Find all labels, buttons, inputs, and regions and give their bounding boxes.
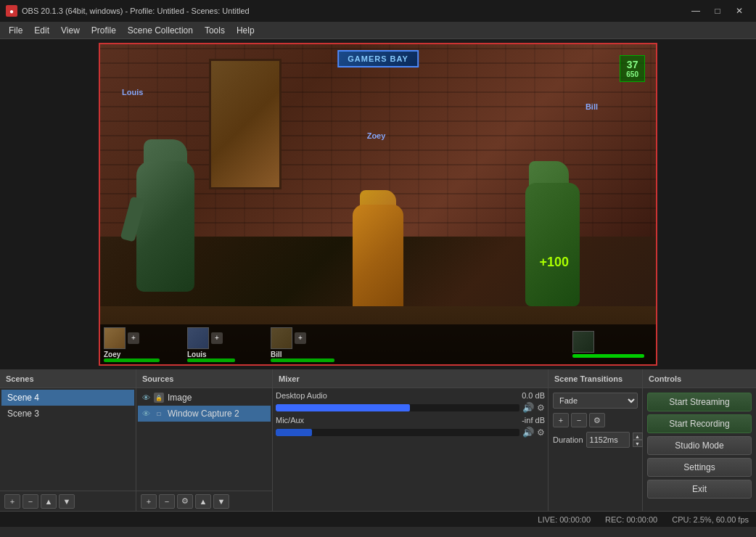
sources-panel-header: Sources xyxy=(136,369,272,388)
mixer-channel-mic: Mic/Aux -inf dB 🔊 ⚙ xyxy=(276,416,545,438)
sources-add-button[interactable]: + xyxy=(141,494,157,509)
transition-toolbar: + − ⚙ xyxy=(553,413,638,427)
scenes-list: Scene 4 Scene 3 xyxy=(0,388,136,491)
studio-mode-button[interactable]: Studio Mode xyxy=(647,436,752,455)
minimize-button[interactable]: — xyxy=(685,4,707,18)
menu-tools[interactable]: Tools xyxy=(199,22,231,38)
preview-area: GAMERS BAY Louis Bill Zoey 37 650 xyxy=(0,39,756,369)
health-bar-louis xyxy=(187,358,235,362)
scenes-remove-button[interactable]: − xyxy=(22,494,38,509)
mic-aux-bar xyxy=(276,429,519,436)
exit-button[interactable]: Exit xyxy=(647,480,752,499)
mic-aux-fill xyxy=(276,429,312,436)
controls-panel: Controls Start Streaming Start Recording… xyxy=(643,369,756,511)
hud-logo: GAMERS BAY xyxy=(337,50,419,67)
avatar-louis xyxy=(187,327,209,349)
rec-status: REC: 00:00:00 xyxy=(605,515,657,524)
health-bar-zoey xyxy=(104,358,160,362)
mixer-content: Desktop Audio 0.0 dB 🔊 ⚙ Mic/Aux -inf dB xyxy=(273,388,548,508)
sources-up-button[interactable]: ▲ xyxy=(195,494,211,509)
transitions-panel: Scene Transitions Fade Cut Swipe Slide S… xyxy=(548,369,643,511)
source-label-window: Window Capture 2 xyxy=(168,409,239,419)
controls-panel-header: Controls xyxy=(643,369,756,388)
hud-player-bill: Bill xyxy=(586,102,598,111)
transition-remove-button[interactable]: − xyxy=(571,413,587,427)
mic-aux-mute[interactable]: 🔊 xyxy=(522,427,534,438)
mic-aux-settings[interactable]: ⚙ xyxy=(537,427,545,438)
titlebar: ● OBS 20.1.3 (64bit, windows) - Profile:… xyxy=(0,0,756,22)
hud-ammo-counter: 37 650 xyxy=(620,55,645,82)
transition-add-button[interactable]: + xyxy=(553,413,569,427)
duration-down-button[interactable]: ▼ xyxy=(633,440,643,447)
source-icon-image: 🔒 xyxy=(154,393,164,403)
menu-help[interactable]: Help xyxy=(231,22,260,38)
dino-center-body xyxy=(353,205,403,313)
right-player-area xyxy=(572,331,652,358)
transition-select-row: Fade Cut Swipe Slide Stinger Luma Wipe xyxy=(553,393,638,409)
controls-content: Start Streaming Start Recording Studio M… xyxy=(643,388,756,503)
health-bar-right xyxy=(572,354,644,358)
add-btn-zoey: + xyxy=(128,332,139,344)
scenes-panel: Scenes Scene 4 Scene 3 + − ▲ ▼ xyxy=(0,369,136,511)
player-card-louis: + Louis xyxy=(187,327,267,362)
sources-down-button[interactable]: ▼ xyxy=(213,494,229,509)
mic-aux-label: Mic/Aux xyxy=(276,416,304,425)
add-btn-louis: + xyxy=(211,332,223,344)
player-name-bill: Bill xyxy=(271,351,350,358)
menu-profile[interactable]: Profile xyxy=(86,22,122,38)
duration-up-button[interactable]: ▲ xyxy=(633,433,643,440)
player-card-right xyxy=(572,331,652,358)
settings-button[interactable]: Settings xyxy=(647,458,752,477)
player-card-zoey: + Zoey xyxy=(104,327,184,362)
mixer-channel-desktop: Desktop Audio 0.0 dB 🔊 ⚙ xyxy=(276,391,545,413)
scenes-up-button[interactable]: ▲ xyxy=(41,494,57,509)
avatar-right xyxy=(572,331,594,353)
source-item-window[interactable]: 👁 □ Window Capture 2 xyxy=(138,406,271,422)
hud-player-zoey: Zoey xyxy=(367,131,386,140)
sources-toolbar: + − ⚙ ▲ ▼ xyxy=(136,491,272,511)
sources-settings-button[interactable]: ⚙ xyxy=(177,494,193,509)
start-recording-button[interactable]: Start Recording xyxy=(647,414,752,433)
scenes-down-button[interactable]: ▼ xyxy=(59,494,75,509)
game-door xyxy=(209,59,282,189)
hud-plus-indicator: +100 xyxy=(539,255,569,270)
transitions-content: Fade Cut Swipe Slide Stinger Luma Wipe +… xyxy=(548,388,642,452)
maximize-button[interactable]: □ xyxy=(707,4,728,18)
desktop-audio-bar xyxy=(276,404,519,411)
player-card-bill: + Bill xyxy=(271,327,350,362)
start-streaming-button[interactable]: Start Streaming xyxy=(647,393,752,411)
desktop-audio-fill xyxy=(276,404,410,411)
preview-canvas: GAMERS BAY Louis Bill Zoey 37 650 xyxy=(99,43,657,366)
source-eye-icon: 👁 xyxy=(142,393,150,402)
statusbar: LIVE: 00:00:00 REC: 00:00:00 CPU: 2.5%, … xyxy=(0,511,756,527)
close-button[interactable]: ✕ xyxy=(728,4,750,18)
desktop-audio-mute[interactable]: 🔊 xyxy=(522,402,534,413)
desktop-audio-label: Desktop Audio xyxy=(276,391,327,400)
sources-remove-button[interactable]: − xyxy=(159,494,175,509)
source-icon-window: □ xyxy=(154,409,164,419)
window-title: OBS 20.1.3 (64bit, windows) - Profile: U… xyxy=(22,7,250,15)
menubar: File Edit View Profile Scene Collection … xyxy=(0,22,756,39)
transition-type-dropdown[interactable]: Fade Cut Swipe Slide Stinger Luma Wipe xyxy=(553,393,638,409)
menu-scene-collection[interactable]: Scene Collection xyxy=(122,22,199,38)
duration-label: Duration xyxy=(553,435,583,444)
live-status: LIVE: 00:00:00 xyxy=(538,515,591,524)
bottom-panel: Scenes Scene 4 Scene 3 + − ▲ ▼ Sources 👁… xyxy=(0,369,756,511)
duration-input[interactable] xyxy=(586,432,630,448)
scene-item-3[interactable]: Scene 3 xyxy=(1,406,134,422)
menu-edit[interactable]: Edit xyxy=(28,22,55,38)
menu-file[interactable]: File xyxy=(3,22,28,38)
scenes-add-button[interactable]: + xyxy=(4,494,20,509)
sources-list: 👁 🔒 Image 👁 □ Window Capture 2 xyxy=(136,388,272,491)
transition-settings-button[interactable]: ⚙ xyxy=(589,413,605,427)
add-btn-bill: + xyxy=(295,332,306,344)
source-item-image[interactable]: 👁 🔒 Image xyxy=(138,390,271,406)
titlebar-left: ● OBS 20.1.3 (64bit, windows) - Profile:… xyxy=(6,5,250,17)
scene-item-4[interactable]: Scene 4 xyxy=(1,390,134,406)
cpu-status: CPU: 2.5%, 60.00 fps xyxy=(672,515,749,524)
desktop-audio-settings[interactable]: ⚙ xyxy=(537,403,545,413)
menu-view[interactable]: View xyxy=(55,22,86,38)
mic-aux-db: -inf dB xyxy=(522,416,545,425)
mixer-panel-header: Mixer xyxy=(273,369,548,388)
app-icon: ● xyxy=(6,5,17,17)
